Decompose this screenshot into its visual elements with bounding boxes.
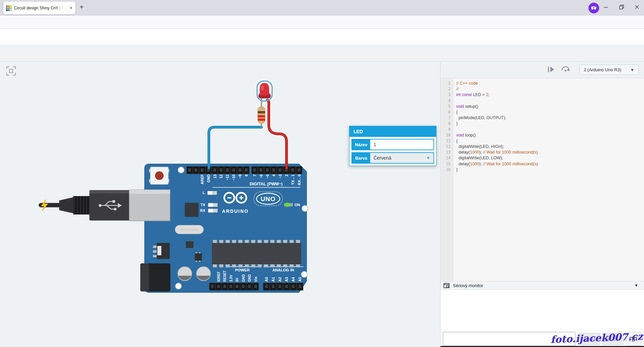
pin-label: RX←0 — [297, 174, 301, 185]
browser-window: Circuit design Shiny Crift | Tinke ✕ + h… — [0, 0, 644, 347]
pin-label: 4 — [272, 174, 276, 176]
power-on-led: ON — [284, 202, 300, 207]
browser-tab-bar: Circuit design Shiny Crift | Tinke ✕ + — [0, 0, 644, 16]
power-bolt-icon — [41, 199, 48, 211]
circuit-canvas[interactable]: DIGITAL (PWM~) POWER ANALOG IN AREFGND13… — [0, 62, 440, 347]
model-text: UNO — [260, 195, 275, 202]
indicator-label: TX — [200, 203, 206, 207]
code-line: 13 delay(1000); // Wait for 1000 millise… — [440, 150, 644, 155]
serial-monitor-title: Sériový monitor — [453, 283, 483, 288]
code-line: 16} — [440, 167, 644, 173]
arduino-uno-board[interactable]: DIGITAL (PWM~) POWER ANALOG IN AREFGND13… — [129, 164, 308, 292]
pin-label: A0 — [264, 277, 268, 282]
pin-label: A3 — [285, 277, 289, 282]
tinkercad-header: TINKERCAD Shiny Crift Všechny změny byly… — [0, 29, 644, 45]
code-line: 6{ — [440, 109, 644, 115]
code-line: 12 digitalWrite(LED, HIGH); — [440, 144, 644, 150]
pin-label: A5 — [298, 277, 302, 282]
code-line: 9 — [440, 127, 644, 133]
code-line: 4 — [440, 98, 644, 104]
pin-label: A1 — [271, 277, 275, 282]
capacitor — [178, 267, 192, 281]
pin-label: TX→1 — [291, 174, 295, 185]
pin-label: RESET — [223, 271, 227, 282]
power-caption: POWER — [235, 268, 250, 272]
code-line: 10void loop() — [440, 133, 644, 138]
led[interactable] — [257, 81, 272, 101]
indicator-label: L — [203, 191, 205, 195]
pin-label: 3.3V — [229, 275, 233, 282]
indicator-label: RX — [200, 208, 206, 212]
pin-label: ~5 — [265, 174, 269, 179]
close-window-button[interactable] — [635, 5, 639, 10]
code-panel: 2 (Arduino Uno R3) ▼ 1// C++ code2//3int… — [440, 62, 644, 347]
pin-label: ~9 — [238, 174, 242, 179]
new-tab-button[interactable]: + — [80, 3, 84, 11]
popup-title: LED — [349, 126, 436, 137]
pin-label: A4 — [291, 277, 295, 282]
pin-label: 5V — [235, 277, 239, 282]
code-editor[interactable]: 1// C++ code2//3int const LED = 2;45void… — [440, 78, 644, 281]
pin-label: 12 — [219, 174, 223, 178]
reset-button[interactable] — [149, 167, 169, 184]
brand-text: ARDUINO — [222, 208, 248, 214]
minimize-button[interactable] — [603, 5, 608, 10]
pin-header[interactable] — [263, 283, 303, 290]
tinkercad-favicon — [6, 5, 12, 11]
chevron-down-icon: ▼ — [426, 156, 430, 160]
pin-label: GND — [207, 174, 211, 183]
pin-label: ~10 — [232, 174, 236, 181]
name-label: Název — [352, 140, 370, 150]
chevron-down-icon: ▼ — [634, 283, 638, 288]
private-browsing-icon — [588, 3, 599, 13]
usb-cable[interactable] — [41, 190, 130, 221]
pin-label: ~6 — [259, 174, 263, 179]
name-input[interactable]: 1 — [370, 140, 433, 150]
chip-small-2 — [186, 241, 193, 248]
analog-caption: ANALOG IN — [272, 268, 294, 272]
code-line: 2// — [440, 86, 644, 92]
tab-close-icon[interactable]: ✕ — [69, 6, 73, 10]
chevron-down-icon: ▼ — [630, 68, 634, 72]
loop-icon[interactable] — [562, 66, 570, 74]
capacitor — [196, 267, 211, 281]
color-select[interactable]: Červená ▼ — [370, 153, 433, 163]
tab-title: Circuit design Shiny Crift | Tinke — [14, 6, 64, 10]
code-line: 11{ — [440, 138, 644, 144]
wire-blue-gnd[interactable] — [209, 127, 261, 168]
pin-label: GND — [242, 274, 245, 282]
code-line: 8} — [440, 121, 644, 126]
chip-small-1 — [185, 203, 198, 217]
restore-button[interactable] — [619, 5, 624, 10]
step-icon[interactable] — [548, 67, 555, 74]
crystal-oscillator: SPK16.000G — [175, 225, 204, 234]
browser-tab[interactable]: Circuit design Shiny Crift | Tinke ✕ — [3, 2, 75, 14]
code-line: 1// C++ code — [440, 81, 644, 86]
pin-label: AREF — [200, 174, 204, 184]
color-row: Barva Červená ▼ — [351, 152, 434, 164]
editor-toolbar: Simulátor času: 00:00:48 Kód Zastavit si… — [0, 45, 644, 62]
code-line: 7 pinMode(LED, OUTPUT); — [440, 115, 644, 121]
crystal-label: SPK16.000G — [180, 228, 198, 232]
serial-monitor-output — [440, 290, 644, 331]
name-row: Název 1 — [351, 139, 434, 150]
serial-monitor-icon — [444, 283, 450, 288]
code-line: 5void setup() — [440, 104, 644, 109]
wire-red-pin2[interactable] — [267, 100, 287, 168]
pin-label: IOREF — [217, 271, 221, 282]
serial-monitor-header[interactable]: Sériový monitor ▼ — [440, 281, 644, 290]
code-line: 14 digitalWrite(LED, LOW); — [440, 155, 644, 161]
color-label: Barva — [352, 153, 370, 163]
on-label: ON — [295, 203, 300, 207]
board-select[interactable]: 2 (Arduino Uno R3) ▼ — [579, 65, 639, 75]
pin-label: Vin — [254, 277, 258, 282]
resistor[interactable] — [258, 98, 265, 127]
power-jack — [140, 263, 170, 291]
atmega-chip — [212, 240, 301, 267]
pin-label: ~3 — [278, 174, 282, 179]
pin-label: A2 — [278, 277, 282, 282]
pin-label: GND — [248, 274, 251, 282]
digital-caption: DIGITAL (PWM~) — [250, 182, 283, 186]
code-line: 3int const LED = 2; — [440, 92, 644, 98]
pin-label: 7 — [253, 174, 257, 176]
